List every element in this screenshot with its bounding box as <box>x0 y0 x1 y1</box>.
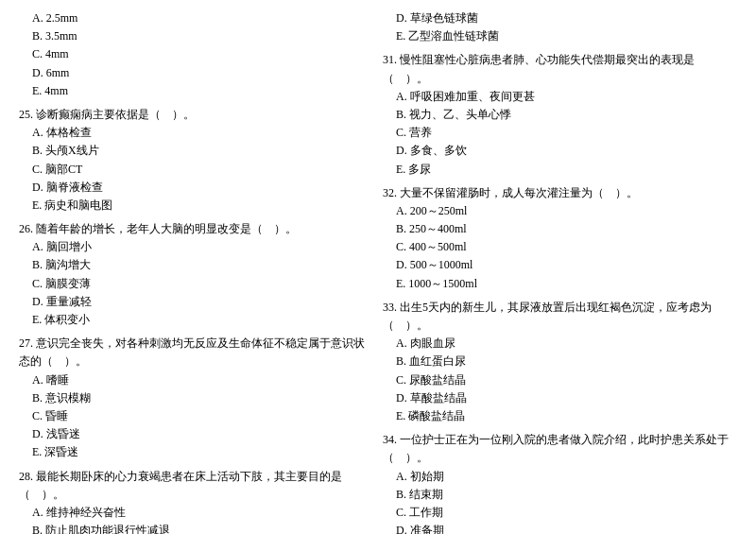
option-item: D. 500～1000ml <box>383 256 737 274</box>
option-item: E. 多尿 <box>383 161 737 179</box>
option-item: E. 4mm <box>19 82 373 100</box>
question-30-cont: D. 草绿色链球菌 E. 乙型溶血性链球菌 <box>383 9 737 45</box>
option-item: C. 昏睡 <box>19 407 373 425</box>
option-item: B. 防止肌肉功能退行性减退 <box>19 522 373 534</box>
option-item: A. 脑回增小 <box>19 238 373 256</box>
option-item: B. 血红蛋白尿 <box>383 353 737 370</box>
option-item: C. 工作期 <box>383 504 737 522</box>
option-item: B. 脑沟增大 <box>19 256 373 274</box>
option-item: D. 重量减轻 <box>19 293 373 311</box>
option-item: A. 200～250ml <box>383 202 737 220</box>
option-item: A. 维持神经兴奋性 <box>19 504 373 522</box>
option-item: C. 脑膜变薄 <box>19 275 373 293</box>
option-item: A. 2.5mm <box>19 9 373 27</box>
option-item: B. 结束期 <box>383 486 737 504</box>
question-title: 31. 慢性阻塞性心脏病患者肺、心功能失代偿期最突出的表现是（ ）。 <box>383 51 737 87</box>
question-32: 32. 大量不保留灌肠时，成人每次灌注量为（ ）。 A. 200～250ml B… <box>383 184 737 293</box>
option-item: A. 初始期 <box>383 468 737 486</box>
option-item: A. 呼吸困难加重、夜间更甚 <box>383 88 737 106</box>
option-item: C. 400～500ml <box>383 238 737 256</box>
left-column: A. 2.5mm B. 3.5mm C. 4mm D. 6mm E. 4mm 2… <box>19 9 373 534</box>
option-item: D. 草绿色链球菌 <box>383 9 737 27</box>
question-title: 27. 意识完全丧失，对各种刺激均无反应及生命体征不稳定属于意识状态的（ ）。 <box>19 335 373 370</box>
option-item: E. 乙型溶血性链球菌 <box>383 27 737 45</box>
option-item: E. 病史和脑电图 <box>19 197 373 215</box>
question-33: 33. 出生5天内的新生儿，其尿液放置后出现红褐色沉淀，应考虑为（ ）。 A. … <box>383 299 737 425</box>
option-item: E. 体积变小 <box>19 311 373 329</box>
option-item: B. 3.5mm <box>19 27 373 45</box>
option-item: D. 脑脊液检查 <box>19 179 373 197</box>
option-item: B. 意识模糊 <box>19 389 373 407</box>
option-item: C. 脑部CT <box>19 161 373 179</box>
question-27: 27. 意识完全丧失，对各种刺激均无反应及生命体征不稳定属于意识状态的（ ）。 … <box>19 335 373 461</box>
option-item: C. 尿酸盐结晶 <box>383 371 737 389</box>
option-item: A. 肉眼血尿 <box>383 335 737 353</box>
option-item: D. 草酸盐结晶 <box>383 389 737 407</box>
question-28: 28. 最能长期卧床的心力衰竭患者在床上活动下肢，其主要目的是（ ）。 A. 维… <box>19 468 373 535</box>
question-title: 28. 最能长期卧床的心力衰竭患者在床上活动下肢，其主要目的是（ ）。 <box>19 468 373 504</box>
question-31: 31. 慢性阻塞性心脏病患者肺、心功能失代偿期最突出的表现是（ ）。 A. 呼吸… <box>383 51 737 178</box>
question-34: 34. 一位护士正在为一位刚入院的患者做入院介绍，此时护患关系处于（ ）。 A.… <box>383 431 737 534</box>
option-item: A. 体格检查 <box>19 124 373 142</box>
option-item: B. 250～400ml <box>383 220 737 238</box>
option-item: C. 营养 <box>383 124 737 142</box>
option-item: E. 1000～1500ml <box>383 275 737 293</box>
option-item: B. 头颅X线片 <box>19 142 373 160</box>
option-item: A. 嗜睡 <box>19 371 373 389</box>
question-top-options: A. 2.5mm B. 3.5mm C. 4mm D. 6mm E. 4mm <box>19 9 373 100</box>
option-item: D. 浅昏迷 <box>19 425 373 443</box>
right-column: D. 草绿色链球菌 E. 乙型溶血性链球菌 31. 慢性阻塞性心脏病患者肺、心功… <box>383 9 737 534</box>
question-26: 26. 随着年龄的增长，老年人大脑的明显改变是（ ）。 A. 脑回增小 B. 脑… <box>19 220 373 329</box>
question-title: 34. 一位护士正在为一位刚入院的患者做入院介绍，此时护患关系处于（ ）。 <box>383 431 737 467</box>
option-item: E. 深昏迷 <box>19 443 373 461</box>
question-title: 26. 随着年龄的增长，老年人大脑的明显改变是（ ）。 <box>19 220 373 238</box>
question-25: 25. 诊断癫痫病主要依据是（ ）。 A. 体格检查 B. 头颅X线片 C. 脑… <box>19 106 373 215</box>
option-item: C. 4mm <box>19 45 373 63</box>
option-item: E. 磷酸盐结晶 <box>383 407 737 425</box>
option-item: D. 准备期 <box>383 522 737 534</box>
option-item: D. 多食、多饮 <box>383 142 737 160</box>
option-item: D. 6mm <box>19 64 373 82</box>
question-title: 25. 诊断癫痫病主要依据是（ ）。 <box>19 106 373 124</box>
question-title: 33. 出生5天内的新生儿，其尿液放置后出现红褐色沉淀，应考虑为（ ）。 <box>383 299 737 335</box>
question-title: 32. 大量不保留灌肠时，成人每次灌注量为（ ）。 <box>383 184 737 202</box>
option-item: B. 视力、乙、头单心悸 <box>383 106 737 124</box>
